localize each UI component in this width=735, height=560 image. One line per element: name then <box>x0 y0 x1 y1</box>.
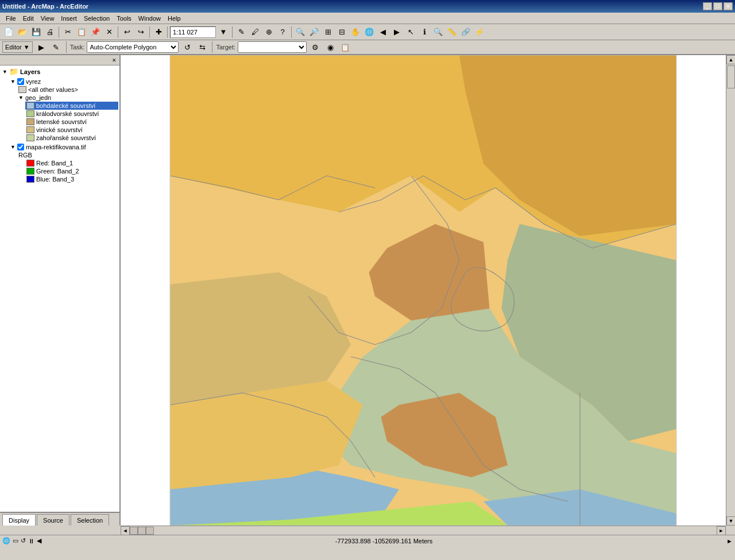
snapping-btn[interactable]: ⊕ <box>262 26 275 38</box>
layer-vinicke[interactable]: vinické souvrství <box>25 126 118 134</box>
select-btn[interactable]: ↖ <box>404 26 417 38</box>
open-button[interactable]: 📂 <box>16 26 29 38</box>
menu-file[interactable]: File <box>2 14 20 23</box>
layer-blue: Blue: Band_3 <box>25 175 118 183</box>
scroll-down-btn[interactable]: ▼ <box>726 516 735 526</box>
scroll-right-btn[interactable]: ► <box>717 526 726 535</box>
print-button[interactable]: 🖨 <box>44 26 56 38</box>
measure-btn[interactable]: 📏 <box>446 26 458 38</box>
scale-dropdown[interactable]: ▼ <box>217 26 230 38</box>
layer-mapa[interactable]: ▼ mapa-rektifikovana.tif <box>9 143 118 151</box>
mapa-expand-icon[interactable]: ▼ <box>10 144 16 150</box>
attributes-btn[interactable]: 📋 <box>339 41 351 53</box>
editor-label: Editor ▼ <box>5 44 30 51</box>
sketch-tool-btn[interactable]: 🖊 <box>249 26 261 38</box>
tab-display[interactable]: Display <box>2 514 36 526</box>
target-select[interactable] <box>238 41 307 53</box>
status-icon-1: 🌐 <box>2 537 10 544</box>
tab-selection[interactable]: Selection <box>71 514 109 526</box>
new-button[interactable]: 📄 <box>2 26 15 38</box>
menu-insert[interactable]: Insert <box>57 14 80 23</box>
full-extent-btn[interactable]: 🌐 <box>363 26 376 38</box>
zahoranské-label: zahořanské souvrství <box>36 134 96 141</box>
blue-label: Blue: Band_3 <box>36 176 74 183</box>
status-scroll-right[interactable]: ► <box>726 538 733 544</box>
fixed-zoom-in[interactable]: ⊞ <box>322 26 334 38</box>
menu-selection[interactable]: Selection <box>80 14 113 23</box>
separator-3 <box>149 26 150 38</box>
kralodvorske-label: králodvorské souvrství <box>36 110 99 117</box>
main-toolbar: 📄 📂 💾 🖨 ✂ 📋 📌 ✕ ↩ ↪ ✚ 1:11 027 ▼ ✎ 🖊 ⊕ ?… <box>0 24 735 40</box>
edit-vertices-btn[interactable]: ✎ <box>235 26 247 38</box>
layers-heading: ▼ 📁 Layers <box>1 67 118 76</box>
layer-group-mapa: ▼ mapa-rektifikovana.tif RGB Red: Band_1… <box>1 143 118 183</box>
delete-button[interactable]: ✕ <box>103 26 115 38</box>
layer-geo-jedn[interactable]: ▼ geo_jedn <box>17 94 118 102</box>
close-button[interactable]: ✕ <box>724 2 733 10</box>
editor-toolbar: Editor ▼ ▶ ✎ Task: Auto-Complete Polygon… <box>0 40 735 55</box>
layer-all-other[interactable]: <all other values> <box>17 86 118 94</box>
vertical-scrollbar[interactable]: ▲ ▼ <box>726 55 735 526</box>
mapa-checkbox[interactable] <box>17 144 24 150</box>
zoom-in-btn[interactable]: 🔍 <box>294 26 307 38</box>
vyrez-expand-icon[interactable]: ▼ <box>10 79 16 84</box>
lightning-btn[interactable]: ⚡ <box>473 26 486 38</box>
map-area[interactable] <box>121 55 726 526</box>
layer-kralodvorske[interactable]: králodvorské souvrství <box>25 110 118 118</box>
vyrez-checkbox[interactable] <box>17 78 24 85</box>
editor-arrow-btn[interactable]: ▶ <box>35 41 48 53</box>
app-title: Untitled - ArcMap - ArcEditor <box>2 3 88 10</box>
snapping-env-btn[interactable]: ◉ <box>324 41 336 53</box>
target-options-btn[interactable]: ⚙ <box>309 41 322 53</box>
menu-tools[interactable]: Tools <box>113 14 135 23</box>
tab-source[interactable]: Source <box>37 514 69 526</box>
horizontal-scrollbar[interactable]: ◄ ► <box>121 526 726 535</box>
cut-button[interactable]: ✂ <box>61 26 74 38</box>
menu-edit[interactable]: Edit <box>20 14 37 23</box>
task-select[interactable]: Auto-Complete Polygon <box>87 41 179 53</box>
help-btn[interactable]: ? <box>276 26 289 38</box>
scroll-left-btn[interactable]: ◄ <box>121 526 130 535</box>
find-btn[interactable]: 🔍 <box>432 26 444 38</box>
rotate-btn[interactable]: ↺ <box>181 41 194 53</box>
title-bar: Untitled - ArcMap - ArcEditor _ □ ✕ <box>0 0 735 13</box>
layer-zahoranské[interactable]: zahořanské souvrství <box>25 134 118 142</box>
menu-help[interactable]: Help <box>164 14 184 23</box>
editor-dropdown[interactable]: Editor ▼ <box>2 41 33 53</box>
minimize-button[interactable]: _ <box>703 2 712 10</box>
layer-letenske[interactable]: letenské souvrství <box>25 118 118 126</box>
scroll-thumb-v[interactable] <box>727 65 735 88</box>
maximize-button[interactable]: □ <box>713 2 722 10</box>
blue-swatch <box>26 176 34 183</box>
layer-bohdalecke[interactable]: bohdalecké souvrství <box>25 102 118 110</box>
zoom-out-btn[interactable]: 🔎 <box>308 26 320 38</box>
add-data-button[interactable]: ✚ <box>152 26 165 38</box>
status-left-icons: 🌐 ▭ ↺ ⏸ ◀ <box>2 537 41 544</box>
close-panel-btn[interactable]: ✕ <box>110 56 118 64</box>
menu-window[interactable]: Window <box>135 14 164 23</box>
redo-button[interactable]: ↪ <box>134 26 147 38</box>
back-extent-btn[interactable]: ◀ <box>377 26 389 38</box>
paste-button[interactable]: 📌 <box>89 26 102 38</box>
identify-btn[interactable]: ℹ <box>418 26 431 38</box>
hyperlink-btn[interactable]: 🔗 <box>459 26 472 38</box>
copy-button[interactable]: 📋 <box>75 26 88 38</box>
menu-view[interactable]: View <box>37 14 58 23</box>
geo-jedn-expand[interactable]: ▼ <box>18 95 24 101</box>
scroll-up-btn[interactable]: ▲ <box>726 55 735 64</box>
fixed-zoom-out[interactable]: ⊟ <box>335 26 348 38</box>
edit-tool-btn[interactable]: ✎ <box>50 41 63 53</box>
scale-input[interactable]: 1:11 027 <box>170 26 216 38</box>
undo-button[interactable]: ↩ <box>121 26 133 38</box>
layer-vyrez[interactable]: ▼ vyrez <box>9 78 118 86</box>
reflect-btn[interactable]: ⇆ <box>196 41 208 53</box>
save-button[interactable]: 💾 <box>30 26 42 38</box>
sep-e2 <box>212 41 212 53</box>
layers-expand-icon[interactable]: ▼ <box>2 69 7 75</box>
pan-btn[interactable]: ✋ <box>349 26 362 38</box>
vyrez-label: vyrez <box>26 78 41 85</box>
fwd-extent-btn[interactable]: ▶ <box>390 26 403 38</box>
scroll-track-v[interactable] <box>726 64 735 516</box>
sep-e1 <box>66 41 67 53</box>
main-area: ✕ ▼ 📁 Layers ▼ vyrez <all other values> <box>0 55 735 526</box>
